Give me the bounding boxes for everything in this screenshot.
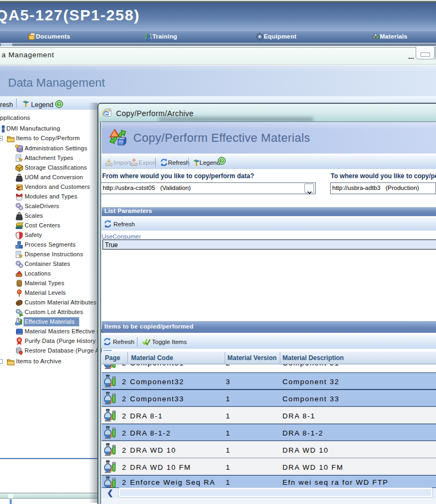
svg-text:?: ? — [220, 158, 224, 164]
svg-text:?: ? — [58, 102, 61, 107]
